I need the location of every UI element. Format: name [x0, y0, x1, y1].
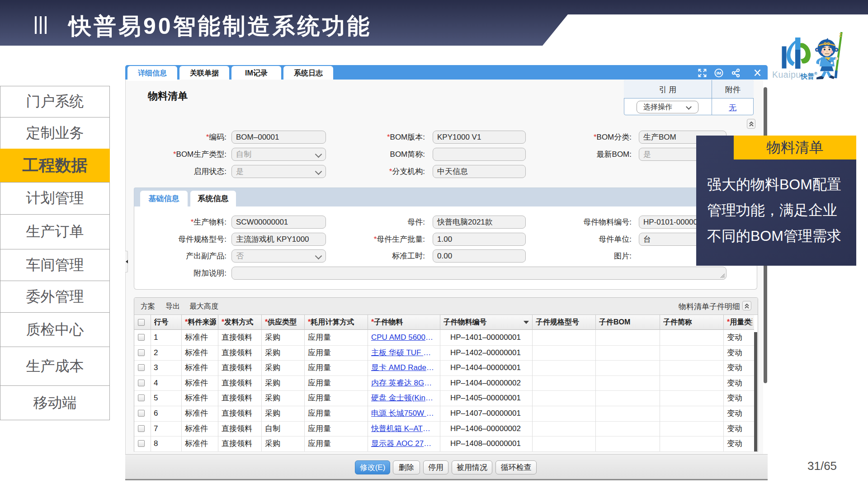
svg-text:IM: IM	[717, 70, 722, 75]
